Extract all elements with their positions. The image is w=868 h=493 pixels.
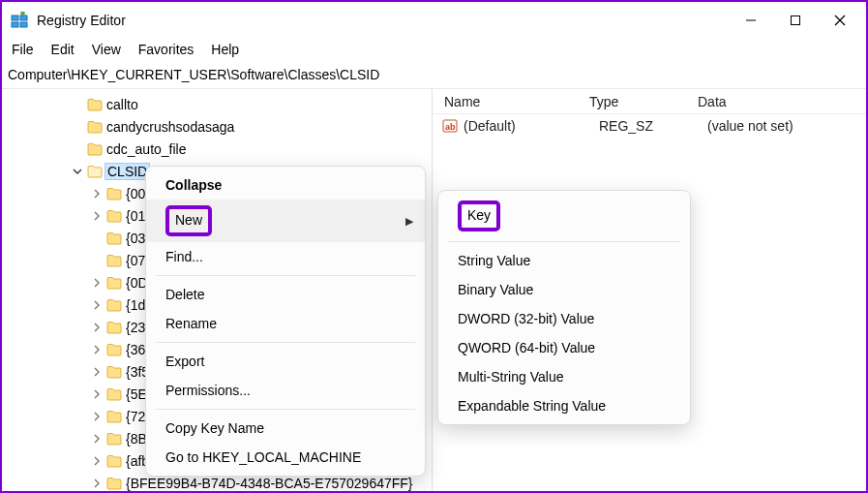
tree-node-label: {00 — [126, 186, 145, 201]
collapse-icon[interactable] — [70, 164, 85, 179]
tree-node[interactable]: callto — [10, 93, 432, 115]
tree-node-label: {03 — [126, 231, 145, 246]
ctx-copy-key-name[interactable]: Copy Key Name — [146, 414, 425, 443]
no-expander — [70, 141, 85, 157]
value-type: REG_SZ — [587, 118, 696, 134]
address-bar[interactable]: Computer\HKEY_CURRENT_USER\Software\Clas… — [2, 63, 866, 89]
folder-icon — [106, 387, 122, 401]
ctx-collapse[interactable]: Collapse — [146, 170, 425, 200]
string-value-icon: ab — [442, 118, 458, 134]
folder-open-icon — [87, 165, 103, 178]
svg-text:ab: ab — [445, 122, 456, 132]
ctx-find[interactable]: Find... — [146, 242, 425, 271]
folder-icon — [87, 142, 103, 156]
folder-icon — [106, 321, 122, 334]
submenu-arrow-icon: ▶ — [405, 215, 413, 228]
ctx-separator — [448, 241, 680, 242]
menu-edit[interactable]: Edit — [51, 42, 75, 57]
expand-icon[interactable] — [89, 386, 105, 402]
menu-view[interactable]: View — [92, 42, 121, 57]
no-expander — [70, 97, 85, 112]
window-title: Registry Editor — [37, 13, 126, 28]
registry-editor-window: Registry Editor File Edit View Favorites… — [0, 0, 868, 493]
ctx-rename[interactable]: Rename — [146, 309, 425, 338]
folder-icon — [106, 298, 122, 312]
ctx-new-expandstring[interactable]: Expandable String Value — [438, 391, 690, 420]
svg-rect-0 — [12, 15, 18, 20]
context-menu: Collapse New ▶ Find... Delete Rename Exp… — [145, 166, 426, 477]
expand-icon[interactable] — [89, 431, 105, 447]
ctx-new[interactable]: New ▶ — [146, 200, 425, 242]
value-row[interactable]: ab (Default) REG_SZ (value not set) — [433, 114, 866, 138]
expand-icon[interactable] — [89, 342, 105, 357]
folder-icon — [106, 410, 122, 423]
expand-icon[interactable] — [89, 453, 105, 469]
folder-icon — [106, 454, 122, 468]
ctx-separator — [156, 275, 415, 276]
no-expander — [89, 231, 105, 246]
tree-node-label: {23 — [126, 320, 145, 335]
menu-favorites[interactable]: Favorites — [138, 42, 195, 57]
folder-icon — [106, 477, 122, 490]
tree-node-label: {36 — [126, 342, 145, 357]
menubar: File Edit View Favorites Help — [2, 39, 866, 63]
ctx-separator — [156, 342, 415, 343]
maximize-button[interactable] — [773, 5, 818, 36]
expand-icon[interactable] — [89, 186, 105, 201]
highlight-key: Key — [458, 200, 500, 231]
expand-icon[interactable] — [89, 297, 105, 313]
svg-rect-3 — [20, 22, 27, 27]
tree-node-label: callto — [106, 97, 138, 112]
expand-icon[interactable] — [89, 476, 105, 491]
ctx-export[interactable]: Export — [146, 347, 425, 376]
ctx-permissions[interactable]: Permissions... — [146, 376, 425, 405]
content-area: calltocandycrushsodasagacdc_auto_fileCLS… — [2, 89, 866, 491]
highlight-new: New — [165, 205, 212, 236]
folder-icon — [87, 98, 103, 111]
ctx-new-qword[interactable]: QWORD (64-bit) Value — [438, 333, 690, 362]
folder-icon — [106, 209, 122, 223]
expand-icon[interactable] — [89, 208, 105, 224]
folder-icon — [106, 254, 122, 267]
tree-node-label: {01 — [126, 208, 145, 224]
col-name[interactable]: Name — [433, 94, 578, 109]
ctx-new-dword[interactable]: DWORD (32-bit) Value — [438, 304, 690, 333]
tree-node-label: {BFEE99B4-B74D-4348-BCA5-E757029647FF} — [126, 476, 413, 491]
app-icon — [10, 11, 29, 30]
expand-icon[interactable] — [89, 364, 105, 380]
tree-node-label: CLSID — [105, 163, 150, 180]
svg-rect-1 — [20, 15, 27, 20]
tree-node[interactable]: cdc_auto_file — [10, 138, 432, 160]
values-header: Name Type Data — [433, 89, 866, 114]
close-button[interactable] — [818, 5, 862, 36]
expand-icon[interactable] — [89, 275, 105, 291]
folder-icon — [106, 432, 122, 446]
expand-icon[interactable] — [89, 409, 105, 424]
col-data[interactable]: Data — [686, 94, 866, 109]
minimize-button[interactable] — [729, 5, 773, 36]
menu-help[interactable]: Help — [211, 42, 239, 57]
col-type[interactable]: Type — [578, 94, 686, 109]
ctx-new-binary[interactable]: Binary Value — [438, 275, 690, 304]
ctx-new-string[interactable]: String Value — [438, 246, 690, 275]
svg-rect-2 — [12, 22, 18, 27]
svg-rect-4 — [21, 12, 24, 15]
expand-icon[interactable] — [89, 320, 105, 335]
titlebar: Registry Editor — [2, 2, 866, 39]
menu-file[interactable]: File — [12, 42, 34, 57]
context-submenu-new: Key String Value Binary Value DWORD (32-… — [437, 190, 691, 425]
value-data: (value not set) — [696, 118, 866, 134]
folder-icon — [106, 365, 122, 379]
tree-node-label: candycrushsodasaga — [106, 119, 234, 135]
tree-node[interactable]: candycrushsodasaga — [10, 115, 432, 138]
no-expander — [70, 119, 85, 135]
ctx-new-key[interactable]: Key — [438, 195, 690, 237]
folder-icon — [87, 120, 103, 134]
ctx-delete[interactable]: Delete — [146, 280, 425, 309]
ctx-new-multistring[interactable]: Multi-String Value — [438, 362, 690, 391]
tree-node-label: {72 — [126, 409, 145, 424]
ctx-separator — [156, 409, 415, 410]
tree-node-label: {1d — [126, 297, 145, 313]
ctx-goto-hklm[interactable]: Go to HKEY_LOCAL_MACHINE — [146, 443, 425, 472]
no-expander — [89, 253, 105, 268]
